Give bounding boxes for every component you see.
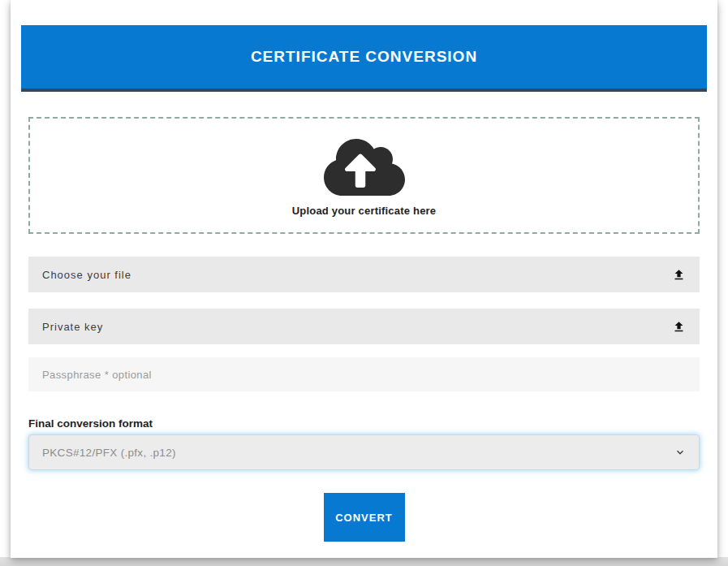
convert-button[interactable]: CONVERT [324,493,405,542]
private-key-label: Private key [42,321,103,333]
choose-file-field[interactable]: Choose your file [28,257,700,292]
passphrase-input[interactable] [28,357,700,391]
card-header: CERTIFICATE CONVERSION [21,25,707,92]
page-footer-strip [0,557,728,566]
certificate-conversion-card: CERTIFICATE CONVERSION Upload your certi… [11,0,717,558]
card-content: Upload your certificate here Choose your… [11,117,717,542]
format-selected-value: PKCS#12/PFX (.pfx, .p12) [42,447,176,459]
format-select[interactable]: PKCS#12/PFX (.pfx, .p12) [28,434,700,470]
choose-file-label: Choose your file [42,269,131,281]
cloud-upload-icon [324,135,405,200]
chevron-down-icon [674,447,686,458]
format-label: Final conversion format [28,417,700,430]
private-key-field[interactable]: Private key [28,309,700,344]
upload-icon[interactable] [672,268,686,282]
page-title: CERTIFICATE CONVERSION [251,48,477,66]
certificate-dropzone[interactable]: Upload your certificate here [28,117,700,234]
dropzone-label: Upload your certificate here [292,205,437,217]
upload-icon[interactable] [672,320,686,334]
